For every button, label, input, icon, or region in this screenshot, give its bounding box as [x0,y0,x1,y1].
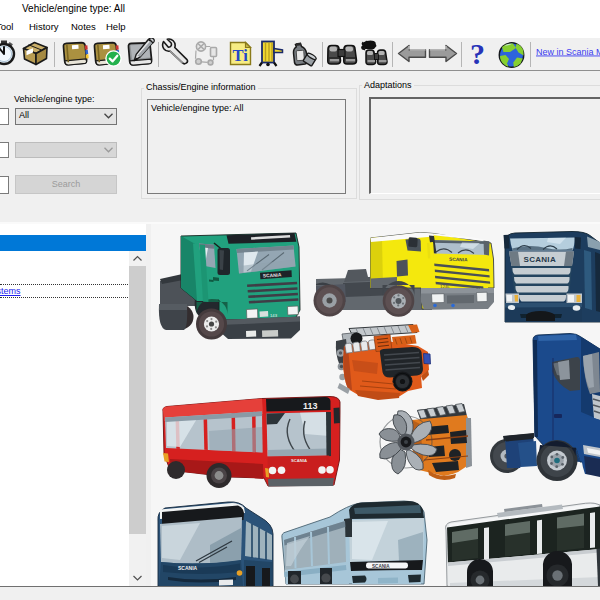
svg-text:143: 143 [270,313,278,318]
svg-text:113: 113 [303,401,318,411]
svg-text:Ti: Ti [233,46,249,65]
svg-text:420: 420 [476,285,484,290]
svg-text:SCANIA: SCANIA [524,255,556,264]
svg-text:SCANIA: SCANIA [178,565,198,571]
svg-text:SCANIA: SCANIA [449,257,468,263]
svg-text:SCANIA: SCANIA [291,458,307,463]
svg-text:?: ? [470,38,485,70]
svg-text:124L: 124L [440,284,450,289]
svg-text:New in Scania Multi: New in Scania Multi [536,47,600,57]
svg-text:SCANIA: SCANIA [372,564,390,569]
